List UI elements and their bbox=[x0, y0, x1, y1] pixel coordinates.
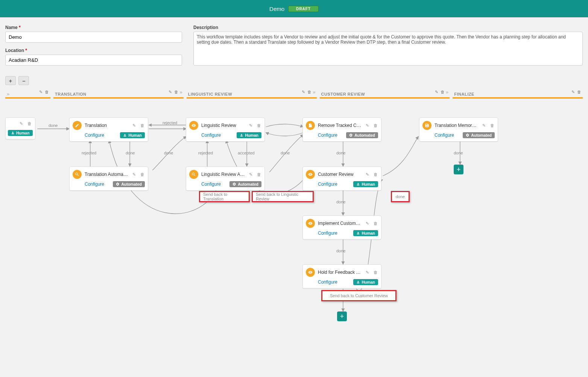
configure-link[interactable]: Configure bbox=[201, 182, 221, 187]
trash-icon[interactable]: 🗑 bbox=[27, 121, 32, 126]
human-badge: Human bbox=[353, 230, 378, 236]
configure-link[interactable]: Configure bbox=[318, 230, 337, 236]
edge-label-done: done bbox=[49, 123, 58, 128]
node-hold-for-feedback[interactable]: Hold for Feedback (1) ✎ 🗑 Configure Huma… bbox=[302, 264, 381, 288]
trash-icon[interactable]: 🗑 bbox=[140, 123, 145, 128]
edge-label-rejected: rejected bbox=[82, 151, 96, 155]
automated-badge: Automated bbox=[229, 181, 261, 187]
edge-label-done: done bbox=[454, 151, 463, 155]
configure-link[interactable]: Configure bbox=[318, 133, 337, 138]
human-badge: Human bbox=[120, 132, 145, 138]
edit-icon[interactable]: ✎ bbox=[365, 270, 370, 275]
human-badge: Human bbox=[237, 132, 261, 138]
configure-link[interactable]: Configure bbox=[85, 182, 104, 187]
node-implement-customer-review[interactable]: Implement Customer Re... ✎ 🗑 Configure H… bbox=[302, 215, 381, 240]
name-label: Name * bbox=[5, 25, 182, 30]
form-area: Name * Location * Description This workf… bbox=[0, 17, 588, 76]
zoom-out-button[interactable]: – bbox=[18, 76, 29, 85]
edit-icon[interactable]: ✎ bbox=[248, 172, 253, 177]
chevron-right-icon: » bbox=[446, 89, 448, 95]
edit-icon[interactable]: ✎ bbox=[570, 89, 576, 95]
node-remove-tracked-changes[interactable]: Remove Tracked Chang... ✎ 🗑 Configure Au… bbox=[302, 118, 381, 142]
description-input[interactable]: This workflow template includes steps fo… bbox=[193, 32, 583, 66]
zoom-controls: + – bbox=[0, 76, 588, 88]
stage-start: ✎ 🗑 » bbox=[5, 88, 50, 99]
trash-icon[interactable]: 🗑 bbox=[489, 123, 495, 128]
edit-icon[interactable]: ✎ bbox=[481, 123, 486, 128]
add-step-button[interactable]: + bbox=[337, 311, 347, 321]
automated-badge: Automated bbox=[463, 132, 495, 138]
eye-icon bbox=[189, 121, 198, 130]
add-step-button[interactable]: + bbox=[454, 165, 463, 174]
highlight-sendback-translation[interactable]: Send back to Translation bbox=[199, 191, 250, 202]
configure-link[interactable]: Configure bbox=[85, 133, 104, 138]
status-badge: DRAFT bbox=[288, 6, 319, 12]
highlight-sendback-linguistic-review[interactable]: Send back to Linguistic Review bbox=[252, 191, 314, 202]
configure-link[interactable]: Configure bbox=[201, 133, 221, 138]
edit-icon[interactable]: ✎ bbox=[131, 123, 137, 128]
edge-label-done: done bbox=[336, 200, 345, 204]
node-translation-memory-update[interactable]: Translation Memory Upd... ✎ 🗑 Configure … bbox=[419, 118, 498, 142]
pencil-icon bbox=[73, 121, 82, 130]
stage-header-row: ✎ 🗑 » TRANSLATION ✎ 🗑 » LINGUISTIC REVIE… bbox=[0, 88, 588, 99]
name-input[interactable] bbox=[5, 32, 182, 43]
stage-customer-review: CUSTOMER REVIEW ✎ 🗑 » bbox=[320, 88, 450, 99]
trash-icon[interactable]: 🗑 bbox=[140, 172, 145, 177]
highlight-sendback-customer-review[interactable]: Send back to Customer Review bbox=[321, 290, 397, 301]
edit-icon[interactable]: ✎ bbox=[131, 172, 137, 177]
edit-icon[interactable]: ✎ bbox=[248, 123, 253, 128]
human-badge: Human bbox=[353, 279, 378, 285]
configure-link[interactable]: Configure bbox=[318, 279, 337, 285]
location-label: Location * bbox=[5, 48, 182, 53]
edit-icon[interactable]: ✎ bbox=[365, 221, 370, 226]
search-icon bbox=[73, 170, 82, 179]
edit-icon[interactable]: ✎ bbox=[365, 172, 370, 177]
node-customer-review[interactable]: Customer Review ✎ 🗑 Configure Human bbox=[302, 166, 381, 191]
eye-icon bbox=[306, 268, 315, 277]
trash-icon[interactable]: 🗑 bbox=[576, 89, 582, 95]
edit-icon[interactable]: ✎ bbox=[301, 89, 306, 95]
edit-icon[interactable]: ✎ bbox=[18, 121, 24, 126]
chevron-right-icon: » bbox=[313, 89, 315, 95]
trash-icon[interactable]: 🗑 bbox=[373, 123, 378, 128]
node-start[interactable]: ✎ 🗑 Human bbox=[5, 118, 35, 139]
stage-translation: TRANSLATION ✎ 🗑 » bbox=[53, 88, 184, 99]
trash-icon[interactable]: 🗑 bbox=[440, 89, 445, 95]
configure-link[interactable]: Configure bbox=[435, 133, 454, 138]
trash-icon[interactable]: 🗑 bbox=[373, 270, 378, 275]
stage-linguistic-review: LINGUISTIC REVIEW ✎ 🗑 » bbox=[187, 88, 317, 99]
trash-icon[interactable]: 🗑 bbox=[44, 89, 49, 95]
page-title: Demo bbox=[269, 6, 284, 12]
configure-link[interactable]: Configure bbox=[318, 182, 337, 187]
location-input[interactable] bbox=[5, 55, 182, 66]
workflow-canvas[interactable]: ✎ 🗑 Human Translation ✎ 🗑 Configure Huma… bbox=[5, 102, 583, 343]
eye-icon bbox=[306, 170, 315, 179]
node-translation-automated-qa[interactable]: Translation Automated Q... ✎ 🗑 Configure… bbox=[69, 166, 148, 191]
automated-badge: Automated bbox=[346, 132, 378, 138]
zoom-in-button[interactable]: + bbox=[5, 76, 16, 85]
edge-label-done: done bbox=[336, 249, 345, 253]
node-linguistic-review[interactable]: Linguistic Review ✎ 🗑 Configure Human bbox=[186, 118, 265, 142]
edge-label-rejected: rejected bbox=[198, 151, 213, 155]
trash-icon[interactable]: 🗑 bbox=[174, 89, 179, 95]
edit-icon[interactable]: ✎ bbox=[434, 89, 439, 95]
app-header: Demo DRAFT bbox=[0, 0, 588, 17]
trash-icon[interactable]: 🗑 bbox=[256, 123, 261, 128]
edit-icon[interactable]: ✎ bbox=[38, 89, 43, 95]
chevron-right-icon: » bbox=[180, 89, 182, 95]
trash-icon[interactable]: 🗑 bbox=[373, 172, 378, 177]
document-icon bbox=[306, 121, 315, 130]
search-icon bbox=[189, 170, 198, 179]
edit-icon[interactable]: ✎ bbox=[365, 123, 370, 128]
edge-label-done: done bbox=[336, 151, 345, 155]
human-badge: Human bbox=[353, 181, 378, 187]
edit-icon[interactable]: ✎ bbox=[168, 89, 173, 95]
highlight-done[interactable]: done bbox=[391, 191, 410, 202]
save-icon bbox=[422, 121, 432, 130]
node-linguistic-review-automated[interactable]: Linguistic Review Autom... ✎ 🗑 Configure… bbox=[186, 166, 265, 191]
trash-icon[interactable]: 🗑 bbox=[256, 172, 261, 177]
trash-icon[interactable]: 🗑 bbox=[373, 221, 378, 226]
trash-icon[interactable]: 🗑 bbox=[307, 89, 312, 95]
chevron-right-icon: » bbox=[7, 91, 9, 97]
node-translation[interactable]: Translation ✎ 🗑 Configure Human bbox=[69, 118, 148, 142]
